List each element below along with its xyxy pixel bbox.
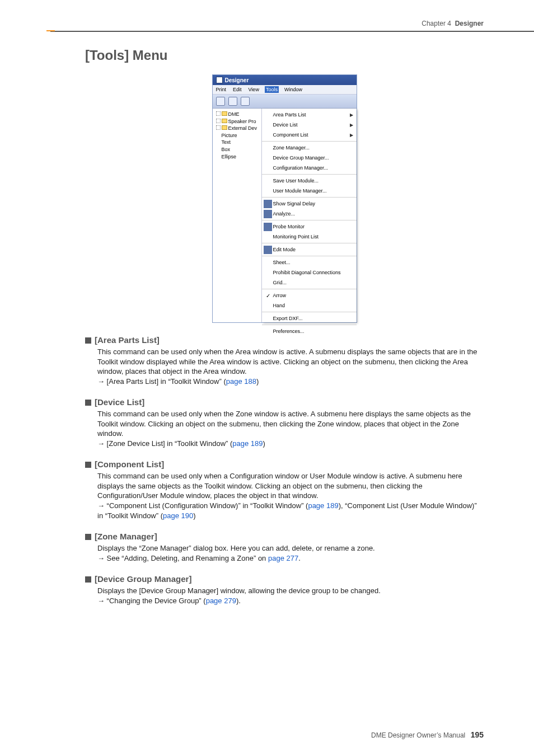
section-zone-manager: [Zone Manager] Displays the “Zone Manage… <box>85 532 484 563</box>
menu-item[interactable]: Sheet... <box>262 257 357 267</box>
page-link[interactable]: page 190 <box>163 511 193 520</box>
tree-root[interactable]: DME <box>228 111 240 117</box>
menu-item[interactable]: Hand <box>262 300 357 311</box>
ref-prefix: → “Component List (Configuration Window)… <box>97 501 308 510</box>
menu-item[interactable]: Monitoring Point List <box>262 232 357 242</box>
chapter-title: Designer <box>455 20 484 27</box>
menu-item-label: Hand <box>273 303 353 308</box>
tree-text[interactable]: Text <box>222 139 231 145</box>
menu-item-label: Zone Manager... <box>273 145 353 151</box>
tree-picture[interactable]: Picture <box>222 133 237 138</box>
page-footer: DME Designer Owner’s Manual 195 <box>371 730 484 739</box>
page-link[interactable]: page 277 <box>268 554 298 562</box>
menu-item-icon <box>264 210 272 218</box>
toolbar-btn-2[interactable] <box>228 97 237 106</box>
menu-item[interactable]: Show Signal Delay <box>262 199 357 209</box>
menu-item[interactable]: Component List▶ <box>262 130 357 140</box>
menu-item[interactable]: Configuration Manager... <box>262 163 357 173</box>
tree-speaker-pro[interactable]: Speaker Pro <box>228 119 256 124</box>
menu-item-label: Device List <box>273 122 350 128</box>
menu-item-icon <box>264 246 272 254</box>
ref-prefix: → See “Adding, Deleting, and Renaming a … <box>97 554 268 562</box>
check-icon: ✓ <box>266 293 270 299</box>
tree-ellipse[interactable]: Ellipse <box>222 154 237 159</box>
menu-item[interactable]: User Module Manager... <box>262 186 357 196</box>
menu-item[interactable]: Zone Manager... <box>262 143 357 153</box>
menu-item[interactable]: Area Parts List▶ <box>262 110 357 120</box>
toolbar-btn-3[interactable] <box>241 97 250 106</box>
page-link[interactable]: page 189 <box>232 439 263 448</box>
page-link[interactable]: page 189 <box>308 501 338 510</box>
toolbar-btn-1[interactable] <box>216 97 225 106</box>
ref-suffix: ) <box>193 511 195 520</box>
menu-item[interactable]: Prohibit Diagonal Connections <box>262 267 357 278</box>
section-device-list: [Device List] This command can be used o… <box>85 397 484 448</box>
designer-titlebar: Designer <box>213 75 357 85</box>
menu-item-label: User Module Manager... <box>273 188 353 194</box>
menu-item-label: Preferences... <box>273 328 353 334</box>
tree-box[interactable]: Box <box>222 147 231 152</box>
menu-item[interactable]: Analyze... <box>262 209 357 219</box>
designer-menubar: Print Edit View Tools Window <box>213 85 357 95</box>
menu-item-label: Sheet... <box>273 260 353 265</box>
ref-suffix: ) <box>263 439 265 448</box>
menu-item-label: Area Parts List <box>273 112 350 118</box>
section-title: [Component List] <box>95 459 164 469</box>
menu-item-label: Component List <box>273 132 350 138</box>
ref-prefix: → [Area Parts List] in “Toolkit Window” … <box>97 377 226 386</box>
page-title: [Tools] Menu <box>85 48 484 63</box>
menu-item-label: Save User Module... <box>273 178 353 184</box>
menu-item-label: Export DXF... <box>273 316 353 321</box>
section-device-group-manager: [Device Group Manager] Displays the [Dev… <box>85 574 484 605</box>
ref-prefix: → [Zone Device List] in “Toolkit Window”… <box>97 439 232 448</box>
designer-tree: DME Speaker Pro External Dev Picture Tex… <box>213 109 262 322</box>
section-area-parts-list: [Area Parts List] This command can be us… <box>85 335 484 386</box>
menu-item-icon <box>264 200 272 208</box>
menu-item[interactable]: Probe Monitor <box>262 222 357 232</box>
ref-suffix: ) <box>256 377 259 386</box>
menu-item-label: Prohibit Diagonal Connections <box>273 270 353 275</box>
menu-item[interactable]: Grid... <box>262 278 357 288</box>
section-body-text: Displays the [Device Group Manager] wind… <box>97 586 381 595</box>
page-link[interactable]: page 188 <box>226 377 256 386</box>
section-title: [Device List] <box>95 397 144 407</box>
section-body-text: This command can be used only when the Z… <box>97 410 471 438</box>
submenu-arrow-icon: ▶ <box>350 112 353 118</box>
bullet-icon <box>85 576 91 583</box>
designer-window-title: Designer <box>225 77 249 83</box>
menu-item[interactable]: Device Group Manager... <box>262 153 357 163</box>
submenu-arrow-icon: ▶ <box>350 123 353 128</box>
menu-item[interactable]: Edit Mode <box>262 245 357 255</box>
menu-item-icon <box>264 223 272 231</box>
menu-item[interactable]: Device List▶ <box>262 120 357 130</box>
menu-item-label: Grid... <box>273 280 353 285</box>
footer-manual: DME Designer Owner’s Manual <box>371 731 465 739</box>
section-title: [Zone Manager] <box>95 532 157 541</box>
bullet-icon <box>85 462 91 468</box>
menu-item[interactable]: Export DXF... <box>262 313 357 323</box>
designer-toolbar <box>213 95 357 109</box>
bullet-icon <box>85 534 91 540</box>
submenu-arrow-icon: ▶ <box>350 133 353 138</box>
menu-item-label: Edit Mode <box>273 247 353 252</box>
menu-print[interactable]: Print <box>215 86 228 93</box>
section-title: [Device Group Manager] <box>95 574 191 584</box>
ref-suffix: . <box>298 554 301 562</box>
page-link[interactable]: page 279 <box>206 597 236 605</box>
menu-window[interactable]: Window <box>283 86 303 93</box>
menu-item[interactable]: Save User Module... <box>262 176 357 186</box>
bullet-icon <box>85 400 91 406</box>
tree-external-dev[interactable]: External Dev <box>228 125 257 131</box>
menu-item[interactable]: Preferences... <box>262 326 357 336</box>
menu-view[interactable]: View <box>247 86 260 93</box>
menu-item-label: Probe Monitor <box>273 224 353 229</box>
menu-tools[interactable]: Tools <box>265 86 279 93</box>
menu-item[interactable]: ✓Arrow <box>262 290 357 300</box>
section-body-text: This command can be used only when the A… <box>97 348 477 375</box>
page-header: Chapter 4 Designer <box>0 0 534 27</box>
tools-dropdown: Area Parts List▶Device List▶Component Li… <box>262 109 357 322</box>
section-body-text: This command can be used only when a Con… <box>97 472 462 500</box>
app-icon <box>216 77 223 83</box>
menu-edit[interactable]: Edit <box>232 86 243 93</box>
designer-screenshot: Designer Print Edit View Tools Window DM… <box>212 74 357 323</box>
